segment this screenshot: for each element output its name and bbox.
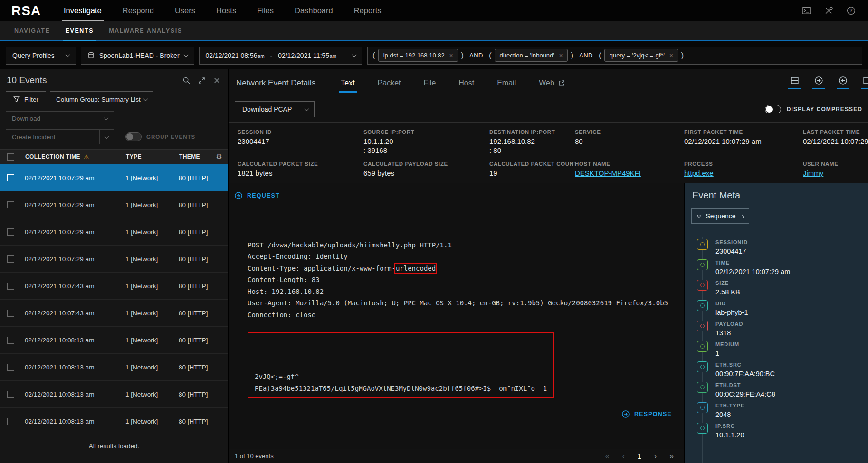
text-content[interactable]: REQUEST POST /dvwa/hackable/uploads/hiim… xyxy=(229,183,684,449)
meta-item[interactable]: SIZE 2.58 KB xyxy=(691,280,868,296)
row-checkbox[interactable] xyxy=(7,337,14,344)
query-profiles-dropdown[interactable]: Query Profiles xyxy=(6,47,76,65)
event-meta-title: Event Meta xyxy=(692,190,868,201)
top-nav-item[interactable]: Investigate xyxy=(53,0,112,21)
group-events-toggle[interactable] xyxy=(125,132,142,141)
gear-icon[interactable]: ⚙ xyxy=(216,152,223,161)
summary-cell: CALCULATED PAYLOAD SIZE 659 bytes xyxy=(363,161,489,177)
results-loaded-message: All results loaded. xyxy=(0,435,228,457)
meta-item[interactable]: TIME 02/12/2021 10:07:29 am xyxy=(691,259,868,275)
top-nav-item[interactable]: Users xyxy=(164,0,206,21)
sub-nav-item[interactable]: EVENTS xyxy=(58,21,102,40)
session-summary: SESSION ID 23004417 SOURCE IP:PORT 10.1.… xyxy=(229,122,868,183)
meta-item[interactable]: ETH.DST 00:0C:29:FE:A4:C8 xyxy=(691,382,868,398)
row-checkbox[interactable] xyxy=(7,310,14,317)
event-meta-list: SESSIONID 23004417 TIME 02/12/2021 10:07… xyxy=(691,237,868,463)
table-row[interactable]: 02/12/2021 10:07:43 am 1 [Network] 80 [H… xyxy=(0,300,228,327)
console-icon[interactable] xyxy=(802,6,811,15)
table-row[interactable]: 02/12/2021 10:08:13 am 1 [Network] 80 [H… xyxy=(0,381,228,408)
create-incident-button[interactable]: Create Incident xyxy=(6,129,114,144)
download-dropdown[interactable]: Download xyxy=(6,111,114,125)
top-nav-item[interactable]: Dashboard xyxy=(284,0,343,21)
row-checkbox[interactable] xyxy=(7,255,14,263)
select-all-checkbox[interactable] xyxy=(7,153,14,161)
meta-item[interactable]: DID lab-phyb-1 xyxy=(691,300,868,316)
remove-filter-icon[interactable]: × xyxy=(559,52,563,58)
tab[interactable]: Email xyxy=(497,69,516,96)
filter-button[interactable]: Filter xyxy=(6,91,46,107)
meta-item[interactable]: MEDIUM 1 xyxy=(691,341,868,357)
table-row[interactable]: 02/12/2021 10:08:13 am 1 [Network] 80 [H… xyxy=(0,327,228,354)
table-row[interactable]: 02/12/2021 10:07:43 am 1 [Network] 80 [H… xyxy=(0,273,228,300)
tab[interactable]: Packet xyxy=(378,69,401,96)
expand-icon[interactable] xyxy=(198,77,205,84)
request-line: Host: 192.168.10.82 xyxy=(248,286,676,298)
table-row[interactable]: 02/12/2021 10:07:29 am 1 [Network] 80 [H… xyxy=(0,164,228,191)
meta-item[interactable]: ETH.SRC 00:90:7F:AA:90:BC xyxy=(691,361,868,378)
event-details-panel: Network Event Details Text Packet File H… xyxy=(229,69,868,463)
summary-cell: USER NAME Jimmy xyxy=(803,161,868,177)
sequence-button[interactable]: Sequence xyxy=(691,208,749,224)
sub-nav: NAVIGATEEVENTSMALWARE ANALYSIS xyxy=(0,21,868,41)
column-header-theme[interactable]: THEME xyxy=(175,150,210,164)
prev-page-icon[interactable]: ‹ xyxy=(622,452,625,461)
filter-pill[interactable]: query = '2vjq<;=-gf^' × xyxy=(604,49,678,62)
event-meta-panel: Event Meta Sequence SESSIONID 23004417 xyxy=(685,183,868,463)
row-checkbox[interactable] xyxy=(7,228,14,236)
top-nav-item[interactable]: Hosts xyxy=(206,0,247,21)
next-page-icon[interactable]: › xyxy=(654,452,657,461)
row-checkbox[interactable] xyxy=(7,391,14,398)
table-row[interactable]: 02/12/2021 10:07:29 am 1 [Network] 80 [H… xyxy=(0,246,228,273)
sub-nav-item[interactable]: MALWARE ANALYSIS xyxy=(101,21,190,40)
help-icon[interactable]: ? xyxy=(847,6,856,15)
summary-cell: CALCULATED PACKET COUNT 19 xyxy=(489,161,575,177)
chevron-down-icon xyxy=(183,52,188,57)
tab[interactable]: Web xyxy=(539,69,565,96)
table-row[interactable]: 02/12/2021 10:08:13 am 1 [Network] 80 [H… xyxy=(0,354,228,381)
row-checkbox[interactable] xyxy=(7,364,14,371)
remove-filter-icon[interactable]: × xyxy=(669,52,673,58)
tab[interactable]: Host xyxy=(458,69,474,96)
arrow-right-circle-icon[interactable] xyxy=(812,76,825,89)
last-page-icon[interactable]: » xyxy=(669,452,674,461)
meta-item[interactable]: ETH.TYPE 2048 xyxy=(691,402,868,418)
database-icon xyxy=(87,52,95,59)
filter-pill[interactable]: direction = 'inbound' × xyxy=(495,49,568,62)
table-row[interactable]: 02/12/2021 10:07:29 am 1 [Network] 80 [H… xyxy=(0,218,228,246)
split-panel-icon[interactable] xyxy=(788,76,801,89)
column-header-type[interactable]: TYPE xyxy=(122,150,175,164)
top-nav-item[interactable]: Respond xyxy=(112,0,164,21)
download-pcap-button[interactable]: Download PCAP xyxy=(235,101,315,117)
query-filter-bar[interactable]: ( ip.dst = 192.168.10.82 × ) AND ( direc… xyxy=(367,47,862,65)
column-group-dropdown[interactable]: Column Group: Summary List xyxy=(50,91,153,107)
service-selector[interactable]: SpoonLab1-HEAD - Broker xyxy=(81,47,194,65)
top-nav-item[interactable]: Files xyxy=(247,0,284,21)
meta-item[interactable]: SESSIONID 23004417 xyxy=(691,239,868,255)
filter-pill[interactable]: ip.dst = 192.168.10.82 × xyxy=(378,49,458,62)
events-table-header: COLLECTION TIME⚠ TYPE THEME ⚙ xyxy=(0,149,228,164)
tools-icon[interactable] xyxy=(824,6,833,15)
chevron-down-icon xyxy=(104,115,109,120)
arrow-left-circle-icon[interactable] xyxy=(837,76,849,89)
table-row[interactable]: 02/12/2021 10:08:13 am 1 [Network] 80 [H… xyxy=(0,408,228,435)
display-compressed-toggle[interactable] xyxy=(765,105,781,113)
search-icon[interactable] xyxy=(183,77,190,84)
row-checkbox[interactable] xyxy=(7,201,14,208)
row-checkbox[interactable] xyxy=(7,283,14,290)
meta-item[interactable]: PAYLOAD 1318 xyxy=(691,321,868,337)
tab[interactable]: Text xyxy=(341,69,354,96)
table-row[interactable]: 02/12/2021 10:07:29 am 1 [Network] 80 [H… xyxy=(0,191,228,218)
tab[interactable]: File xyxy=(424,69,436,96)
row-checkbox[interactable] xyxy=(7,174,14,181)
close-icon[interactable] xyxy=(213,77,220,84)
remove-filter-icon[interactable]: × xyxy=(449,52,453,58)
top-nav-item[interactable]: Reports xyxy=(343,0,392,21)
row-checkbox[interactable] xyxy=(7,418,14,425)
sub-nav-item[interactable]: NAVIGATE xyxy=(7,21,58,40)
first-page-icon[interactable]: « xyxy=(605,452,610,461)
time-range-selector[interactable]: 02/12/2021 08:56am - 02/12/2021 11:55am xyxy=(199,47,362,65)
request-line: Connection: close xyxy=(248,309,676,321)
meta-item[interactable]: IP.SRC 10.1.1.20 xyxy=(691,423,868,439)
panel-right-icon[interactable] xyxy=(861,76,868,89)
column-header-collection-time[interactable]: COLLECTION TIME⚠ xyxy=(21,150,122,164)
